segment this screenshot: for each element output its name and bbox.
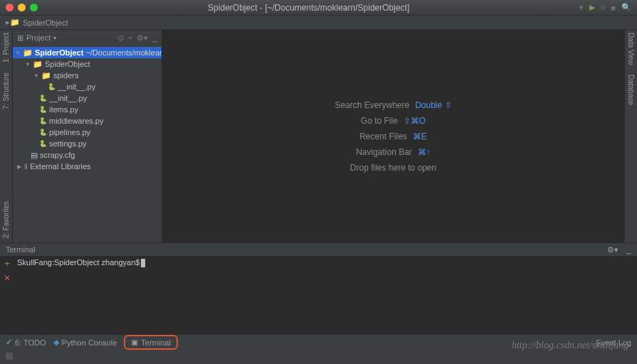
window-title: SpiderObject - [~/Documents/moklearn/Spi… bbox=[38, 3, 579, 13]
tree-file[interactable]: ▤scrapy.cfg bbox=[13, 149, 162, 161]
tree-folder[interactable]: ▼ 📁 spiders bbox=[13, 70, 162, 81]
hint-shortcut: ⌘↑ bbox=[418, 147, 431, 157]
run-icon[interactable]: ▶ bbox=[589, 3, 595, 12]
project-icon: ⊞ bbox=[17, 33, 23, 43]
hint-shortcut: ⌘E bbox=[413, 132, 427, 141]
add-tab-icon[interactable]: + bbox=[4, 258, 10, 269]
file-icon: ▤ bbox=[31, 151, 38, 160]
hint-shortcut: Double ⇧ bbox=[415, 100, 451, 110]
python-icon: 🐍 bbox=[39, 117, 47, 124]
hint-row: Recent Files⌘E bbox=[359, 132, 427, 141]
python-icon: 🐍 bbox=[39, 140, 47, 147]
tree-file[interactable]: 🐍__init__.py bbox=[13, 81, 162, 92]
tree-folder[interactable]: ▼ 📁 SpiderObject bbox=[13, 58, 162, 70]
breadcrumb-bar: ▸📁 SpiderObject bbox=[0, 16, 637, 30]
hint-label: Recent Files bbox=[359, 132, 407, 141]
window-controls bbox=[6, 4, 38, 11]
target-icon[interactable]: ÷ bbox=[128, 33, 132, 43]
statusbar: ✔6: TODO ◆Python Console ▣Terminal Event… bbox=[0, 334, 637, 350]
tree-file[interactable]: 🐍settings.py bbox=[13, 138, 162, 149]
tree-file[interactable]: 🐍pipelines.py bbox=[13, 127, 162, 138]
package-icon: 📁 bbox=[41, 71, 51, 80]
run-toolbar: ▾ ▶ ⌗ ■ 🔍 bbox=[579, 3, 631, 12]
minimize-icon[interactable] bbox=[18, 4, 26, 11]
titlebar: SpiderObject - [~/Documents/moklearn/Spi… bbox=[0, 0, 637, 16]
package-icon: 📁 bbox=[33, 60, 43, 69]
tree-file[interactable]: 🐍middlewares.py bbox=[13, 115, 162, 127]
breadcrumb[interactable]: SpiderObject bbox=[23, 18, 68, 27]
status-label: Event Log bbox=[596, 338, 631, 347]
hint-label: Search Everywhere bbox=[335, 100, 409, 110]
library-icon: ⫴ bbox=[24, 162, 28, 171]
right-gutter: Data View Database bbox=[624, 30, 637, 242]
debug-icon[interactable]: ⌗ bbox=[601, 3, 605, 12]
tab-favorites[interactable]: 2: Favorites bbox=[2, 201, 10, 238]
project-pane: ⊞ Project ▾ ⊙ ÷ ⚙▾ ⎯ ▼ 📁 SpiderObject ~/… bbox=[13, 30, 162, 242]
python-icon: ◆ bbox=[53, 338, 59, 347]
status-todo[interactable]: ✔6: TODO bbox=[6, 338, 46, 347]
tree-item-label: __init__.py bbox=[49, 94, 87, 102]
python-icon: 🐍 bbox=[39, 95, 47, 102]
status-label: Python Console bbox=[62, 338, 117, 347]
tree-file[interactable]: 🐍items.py bbox=[13, 104, 162, 115]
hint-label: Drop files here to open bbox=[350, 163, 436, 173]
tree-item-label: SpiderObject bbox=[45, 60, 90, 68]
hint-row: Drop files here to open bbox=[350, 163, 436, 173]
gear-icon[interactable]: ⚙▾ bbox=[607, 245, 618, 254]
project-tree[interactable]: ▼ 📁 SpiderObject ~/Documents/moklearn/Sp… bbox=[13, 46, 162, 173]
terminal-header: Terminal ⚙▾ ⎯ bbox=[0, 243, 637, 256]
tree-external[interactable]: ▶⫴External Libraries bbox=[13, 161, 162, 172]
editor-empty-state: Search EverywhereDouble ⇧ Go to File⇧⌘O … bbox=[162, 30, 624, 242]
tab-data-view[interactable]: Data View bbox=[627, 33, 635, 65]
tree-root-name: SpiderObject bbox=[35, 48, 83, 57]
terminal-icon: ▣ bbox=[131, 338, 138, 347]
status-event-log[interactable]: Event Log bbox=[596, 338, 631, 347]
bottom-strip bbox=[0, 350, 637, 363]
tree-item-label: items.py bbox=[49, 105, 78, 114]
hint-label: Go to File bbox=[361, 116, 398, 126]
stop-icon[interactable]: ■ bbox=[611, 4, 616, 12]
folder-icon: 📁 bbox=[23, 48, 33, 58]
close-icon[interactable] bbox=[6, 4, 14, 11]
hide-icon[interactable]: ⎯ bbox=[626, 245, 631, 254]
maximize-icon[interactable] bbox=[30, 4, 38, 11]
status-label: Terminal bbox=[141, 338, 171, 347]
project-header-label[interactable]: Project bbox=[26, 33, 51, 42]
chevron-down-icon[interactable]: ▾ bbox=[53, 35, 56, 41]
tab-database[interactable]: Database bbox=[627, 75, 635, 105]
tree-root[interactable]: ▼ 📁 SpiderObject ~/Documents/moklearn/Sp… bbox=[13, 47, 162, 58]
tree-root-path: ~/Documents/moklearn/SpiderObject bbox=[85, 48, 162, 57]
left-gutter: 1: Project 7: Structure 2: Favorites bbox=[0, 30, 13, 242]
status-terminal[interactable]: ▣Terminal bbox=[124, 335, 178, 350]
project-pane-header: ⊞ Project ▾ ⊙ ÷ ⚙▾ ⎯ bbox=[13, 30, 162, 46]
tree-item-label: External Libraries bbox=[30, 162, 91, 171]
tab-structure[interactable]: 7: Structure bbox=[2, 73, 10, 109]
tree-file[interactable]: 🐍__init__.py bbox=[13, 92, 162, 104]
hide-icon[interactable]: ⎯ bbox=[152, 33, 157, 43]
terminal-content[interactable]: SkullFang:SpiderObject zhangyan$ bbox=[14, 256, 637, 334]
status-python-console[interactable]: ◆Python Console bbox=[53, 338, 117, 347]
collapse-icon[interactable]: ⊙ bbox=[117, 33, 124, 43]
terminal-title: Terminal bbox=[6, 245, 36, 254]
hint-row: Navigation Bar⌘↑ bbox=[356, 147, 431, 157]
status-label: 6: TODO bbox=[15, 338, 46, 347]
python-icon: 🐍 bbox=[48, 83, 56, 90]
hint-shortcut: ⇧⌘O bbox=[404, 116, 426, 126]
tree-item-label: __init__.py bbox=[58, 82, 95, 91]
python-icon: 🐍 bbox=[39, 129, 47, 136]
close-tab-icon[interactable]: ✕ bbox=[4, 273, 11, 283]
terminal-panel: Terminal ⚙▾ ⎯ + ✕ SkullFang:SpiderObject… bbox=[0, 242, 637, 334]
cursor-icon bbox=[141, 259, 145, 267]
tree-item-label: middlewares.py bbox=[49, 117, 103, 125]
terminal-header-icons: ⚙▾ ⎯ bbox=[607, 245, 631, 255]
hint-row: Search EverywhereDouble ⇧ bbox=[335, 100, 451, 110]
todo-icon: ✔ bbox=[6, 338, 12, 347]
tool-window-toggle-icon[interactable] bbox=[6, 353, 13, 360]
search-icon[interactable]: 🔍 bbox=[621, 3, 631, 12]
gear-icon[interactable]: ⚙▾ bbox=[137, 33, 148, 43]
terminal-body[interactable]: + ✕ SkullFang:SpiderObject zhangyan$ bbox=[0, 256, 637, 334]
dropdown-icon[interactable]: ▾ bbox=[579, 3, 584, 12]
terminal-gutter: + ✕ bbox=[0, 256, 14, 334]
tab-project[interactable]: 1: Project bbox=[2, 33, 10, 63]
hint-row: Go to File⇧⌘O bbox=[361, 116, 426, 126]
